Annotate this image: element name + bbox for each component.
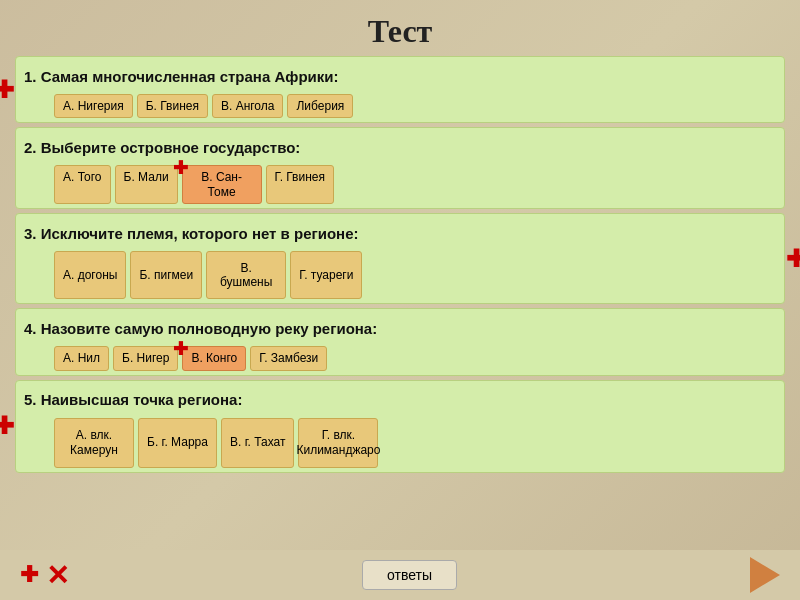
answer-5-c[interactable]: В. г. Тахат — [221, 418, 295, 468]
bottom-cross-icon: ✚ — [20, 562, 38, 588]
question-block-5: ✚ 5. Наивысшая точка региона: А. влк. Ка… — [15, 380, 785, 473]
question-text-5: 5. Наивысшая точка региона: — [24, 391, 776, 408]
page-title: Тест — [15, 5, 785, 56]
answer-2-d[interactable]: Г. Гвинея — [266, 165, 334, 204]
side-cross-q5: ✚ — [0, 412, 14, 440]
answer-5-b[interactable]: Б. г. Марра — [138, 418, 217, 468]
question-text-4: 4. Назовите самую полноводную реку регио… — [24, 320, 776, 337]
question-block-1: ✚ 1. Самая многочисленная страна Африки:… — [15, 56, 785, 123]
question-row-1: 1. Самая многочисленная страна Африки: — [24, 61, 776, 91]
cross-icon-q4: ✚ — [173, 339, 188, 361]
answer-1-d[interactable]: Либерия — [287, 94, 353, 118]
answers-button[interactable]: ответы — [362, 560, 457, 590]
answer-1-a[interactable]: А. Нигерия — [54, 94, 133, 118]
answer-2-a[interactable]: А. Того — [54, 165, 111, 204]
answer-4-a[interactable]: А. Нил — [54, 346, 109, 370]
bottom-bar: ✚ ✕ ответы — [0, 550, 800, 600]
question-text-3: 3. Исключите племя, которого нет в регио… — [24, 225, 776, 242]
answer-1-c[interactable]: В. Ангола — [212, 94, 284, 118]
question-block-2: 2. Выберите островное государство: А. То… — [15, 127, 785, 209]
question-text-1: 1. Самая многочисленная страна Африки: — [24, 68, 776, 85]
answers-row-1: А. Нигерия Б. Гвинея В. Ангола Либерия — [24, 94, 776, 118]
question-row-5: 5. Наивысшая точка региона: — [24, 385, 776, 415]
cross-icon-q2: ✚ — [173, 158, 188, 180]
answers-row-3: А. догоны Б. пигмеи В. бушмены Г. туарег… — [24, 251, 776, 299]
question-text-2: 2. Выберите островное государство: — [24, 139, 776, 156]
answer-3-d[interactable]: Г. туареги — [290, 251, 362, 299]
answers-row-5: А. влк. Камерун Б. г. Марра В. г. Тахат … — [24, 418, 776, 468]
answer-3-c[interactable]: В. бушмены — [206, 251, 286, 299]
answer-5-d[interactable]: Г. влк. Килиманджаро — [298, 418, 378, 468]
question-block-4: 4. Назовите самую полноводную реку регио… — [15, 308, 785, 375]
answers-row-4: А. Нил Б. Нигер ✚ В. Конго Г. Замбези — [24, 346, 776, 370]
answer-3-b[interactable]: Б. пигмеи — [130, 251, 202, 299]
next-arrow-button[interactable] — [750, 557, 780, 593]
question-row-2: 2. Выберите островное государство: — [24, 132, 776, 162]
answer-2-c[interactable]: ✚ В. Сан-Томе — [182, 165, 262, 204]
question-block-3: ✚ 3. Исключите племя, которого нет в рег… — [15, 213, 785, 304]
question-row-4: 4. Назовите самую полноводную реку регио… — [24, 313, 776, 343]
side-cross-q1: ✚ — [0, 76, 14, 104]
side-cross-q3-right: ✚ — [786, 245, 800, 273]
answer-2-b[interactable]: Б. Мали — [115, 165, 178, 204]
answer-4-b[interactable]: Б. Нигер — [113, 346, 178, 370]
bottom-left-icons: ✚ ✕ — [20, 559, 69, 592]
question-row-3: 3. Исключите племя, которого нет в регио… — [24, 218, 776, 248]
answer-3-a[interactable]: А. догоны — [54, 251, 126, 299]
bottom-x-button[interactable]: ✕ — [46, 559, 69, 592]
answer-5-a[interactable]: А. влк. Камерун — [54, 418, 134, 468]
answers-row-2: А. Того Б. Мали ✚ В. Сан-Томе Г. Гвинея — [24, 165, 776, 204]
answer-4-c[interactable]: ✚ В. Конго — [182, 346, 246, 370]
answer-1-b[interactable]: Б. Гвинея — [137, 94, 208, 118]
answer-4-d[interactable]: Г. Замбези — [250, 346, 327, 370]
